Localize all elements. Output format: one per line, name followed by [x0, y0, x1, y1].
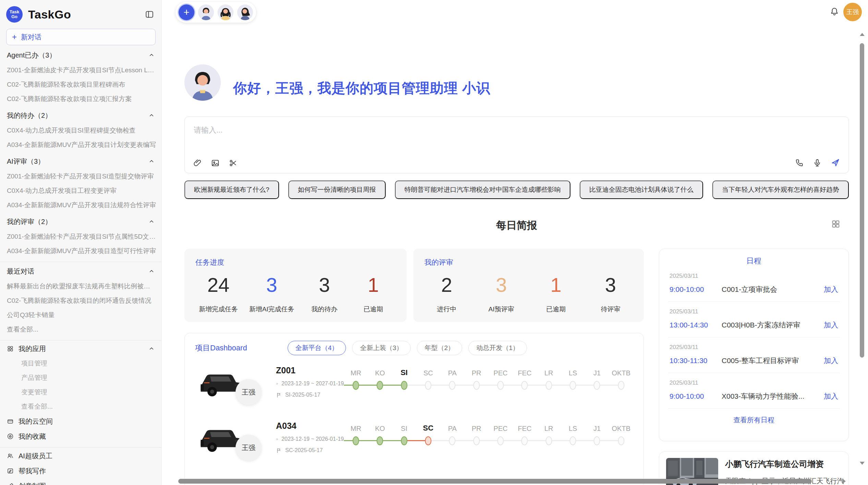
task-progress-card: 任务进度 24新增完成任务 3新增AI完成任务 3我的待办 1已逾期 — [184, 249, 407, 322]
send-icon[interactable] — [831, 158, 840, 167]
suggestion-chip[interactable]: 欧洲新规最近颁布了什么? — [184, 181, 279, 199]
chevron-up-icon[interactable] — [148, 158, 155, 164]
filter-new-body[interactable]: 全新上装（3） — [352, 341, 411, 355]
layout-grid-icon[interactable] — [831, 219, 841, 229]
recent-chat-item[interactable]: 公司Q3轻卡销量 — [0, 308, 161, 322]
sidebar-item-cloud-space[interactable]: 我的云空间 — [0, 414, 161, 429]
schedule-item: 2025/03/11 9:00-10:00 X003-车辆动力学性能验... 加… — [668, 373, 840, 409]
sidebar-task-item[interactable]: C02-飞腾新能源轻客改款项目里程碑画布 — [0, 77, 161, 92]
divider — [0, 447, 161, 448]
chevron-up-icon[interactable] — [148, 346, 155, 352]
screenshot-scissors-icon[interactable] — [229, 159, 238, 167]
sidebar-task-item[interactable]: A034-全新新能源MUV产品开发项目造型可行性评审 — [0, 244, 161, 258]
join-meeting-link[interactable]: 加入 — [824, 356, 838, 365]
milestone-KO: KO — [368, 420, 392, 469]
input-tools-right — [795, 158, 840, 167]
scroll-up-arrow[interactable] — [860, 33, 865, 36]
filter-year-model[interactable]: 年型（2） — [417, 341, 462, 355]
sidebar-item-my-apps[interactable]: 我的应用 — [0, 341, 161, 356]
recent-chats-view-all[interactable]: 查看全部... — [0, 322, 161, 337]
stat-row: 24新增完成任务 3新增AI完成任务 3我的待办 1已逾期 — [195, 274, 396, 314]
filter-powertrain[interactable]: 动总开发（1） — [468, 341, 527, 355]
project-dashboard-card: 项目Dashboard 全新平台（4） 全新上装（3） 年型（2） 动总开发（1… — [184, 333, 644, 485]
sidebar-task-item[interactable]: Z001-全新燃油皮卡产品开发项目SI节点Lesson Learn报告 — [0, 63, 161, 77]
section-my-review[interactable]: 我的评审（2） — [0, 214, 161, 229]
join-meeting-link[interactable]: 加入 — [824, 320, 838, 330]
suggestion-chip[interactable]: 当下年轻人对汽车外观有怎样的喜好趋势 — [712, 181, 849, 199]
sidebar-task-item[interactable]: C0X4-动力总成开发项目SI里程碑提交物检查 — [0, 123, 161, 138]
input-tools-left — [193, 159, 238, 167]
sidebar-item-ai-staff[interactable]: AI超级员工 — [0, 448, 161, 463]
suggestion-chip[interactable]: 特朗普可能对进口汽车增税会对中国车企造成哪些影响 — [395, 181, 570, 199]
join-meeting-link[interactable]: 加入 — [824, 285, 838, 294]
vertical-scrollbar[interactable] — [860, 43, 864, 358]
microphone-icon[interactable] — [813, 158, 822, 167]
sidebar-task-item[interactable]: C02-飞腾新能源轻客改款项目立项汇报方案 — [0, 92, 161, 106]
milestone-LS: LS — [561, 420, 585, 469]
dashboard-filters: 全新平台（4） 全新上装（3） 年型（2） 动总开发（1） — [288, 341, 527, 355]
sidebar-task-item[interactable]: A034-全新新能源MUV产品开发项目计划变更表编写 — [0, 138, 161, 152]
user-avatar[interactable]: 王强 — [843, 3, 862, 21]
sidebar-task-item[interactable]: C0X4-动力总成开发项目工程变更评审 — [0, 184, 161, 198]
section-recent-chats[interactable]: 最近对话 — [0, 263, 161, 279]
schedule-title: 日程 — [659, 256, 848, 266]
suggestion-chip[interactable]: 比亚迪全固态电池计划具体说了什么 — [580, 181, 703, 199]
recent-chat-item[interactable]: C02-飞腾新能源轻客改款项目的闭环通告反馈情况 — [0, 294, 161, 308]
agent-avatar-1[interactable] — [198, 4, 214, 20]
scroll-right-arrow[interactable] — [843, 479, 846, 484]
chat-input[interactable] — [194, 125, 840, 149]
horizontal-scrollbar[interactable] — [178, 479, 812, 484]
suggestion-chips: 欧洲新规最近颁布了什么? 如何写一份清晰的项目周报 特朗普可能对进口汽车增税会对… — [184, 181, 849, 199]
app-item-project-mgmt[interactable]: 项目管理 — [0, 356, 161, 371]
collapse-sidebar-icon[interactable] — [145, 10, 154, 19]
sidebar-item-help-write[interactable]: 帮我写作 — [0, 463, 161, 478]
join-meeting-link[interactable]: 加入 — [824, 391, 838, 401]
chevron-up-icon[interactable] — [148, 219, 155, 225]
stat-new-done: 24新增完成任务 — [199, 274, 238, 314]
sidebar-task-item[interactable]: Z001-全新燃油轻卡产品开发项目SI造型提交物评审 — [0, 169, 161, 184]
sidebar-item-creative-draw[interactable]: 创意制图 — [0, 478, 161, 485]
agent-avatar-3[interactable] — [237, 4, 253, 20]
sidebar-header: Task Go TaskGo — [0, 3, 161, 24]
suggestion-chip[interactable]: 如何写一份清晰的项目周报 — [288, 181, 386, 199]
filter-new-platform[interactable]: 全新平台（4） — [288, 341, 346, 355]
logo-line2: Go — [11, 14, 17, 19]
sidebar-task-item[interactable]: Z001-全新燃油轻卡产品开发项目SI节点属性5D文件评审 — [0, 229, 161, 244]
stat-pending-review: 3待评审 — [592, 274, 629, 314]
section-title: 我的待办（2） — [7, 111, 52, 120]
voice-call-phone-icon[interactable] — [795, 158, 804, 167]
milestone-PR: PR — [465, 420, 489, 469]
add-agent-button[interactable]: + — [179, 4, 194, 20]
scroll-down-arrow[interactable] — [860, 462, 865, 465]
chat-input-card — [184, 116, 849, 173]
new-chat-button[interactable]: + 新对话 — [6, 29, 156, 45]
stat-new-ai-done: 3新增AI完成任务 — [249, 274, 294, 314]
project-row[interactable]: 王强 A034 2023-12-19 ~ 2026-01-19 SC-2025-… — [195, 420, 633, 469]
writing-icon — [7, 468, 14, 474]
recent-chat-item[interactable]: 解释最新出台的欧盟报废车法规再生塑料比例被调至15%... — [0, 279, 161, 294]
section-my-todo[interactable]: 我的待办（2） — [0, 108, 161, 123]
section-ai-review[interactable]: AI评审（3） — [0, 153, 161, 169]
attachment-paperclip-icon[interactable] — [193, 159, 202, 167]
sidebar-task-item[interactable]: A034-全新新能源MUV产品开发项目法规符合性评审 — [0, 198, 161, 212]
chevron-up-icon[interactable] — [148, 112, 155, 119]
agent-avatar-2[interactable] — [218, 4, 233, 20]
sidebar-item-favorites[interactable]: 我的收藏 — [0, 429, 161, 444]
view-all-schedule-link[interactable]: 查看所有日程 — [659, 415, 848, 425]
app-item-product-mgmt[interactable]: 产品管理 — [0, 371, 161, 385]
milestone-KO: KO — [368, 365, 392, 413]
cloud-space-label: 我的云空间 — [19, 417, 53, 426]
section-agent-done[interactable]: Agent已办（3） — [0, 47, 161, 63]
project-row[interactable]: 王强 Z001 2023-12-19 ~ 2027-01-19 SI-2025-… — [195, 364, 633, 413]
milestone-LR: LR — [537, 365, 561, 413]
favorites-label: 我的收藏 — [19, 432, 46, 441]
apps-view-all[interactable]: 查看全部... — [0, 399, 161, 414]
schedule-name: C001-立项审批会 — [722, 285, 820, 294]
notifications-bell-icon[interactable] — [830, 7, 839, 16]
milestone-SC: SC — [416, 365, 440, 413]
app-item-change-mgmt[interactable]: 变更管理 — [0, 385, 161, 399]
chevron-up-icon[interactable] — [148, 52, 155, 58]
chevron-up-icon[interactable] — [148, 268, 155, 274]
user-name: 王强 — [846, 8, 859, 16]
image-upload-icon[interactable] — [211, 159, 220, 167]
